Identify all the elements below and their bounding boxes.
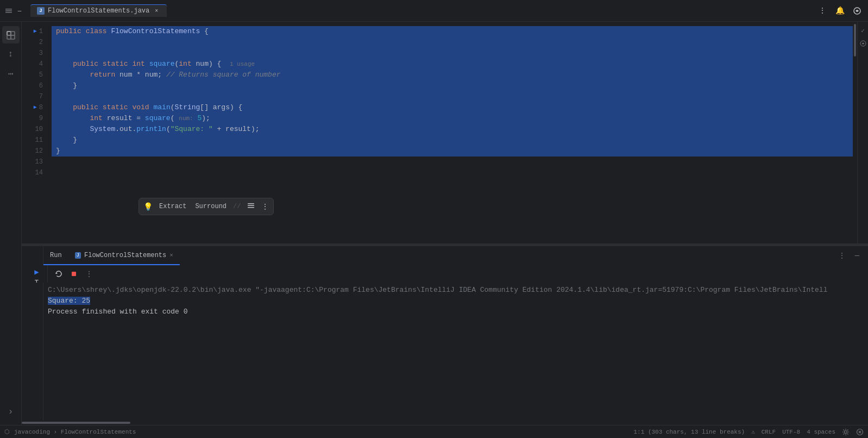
- title-bar-right: ⋮ 🔔: [816, 4, 868, 17]
- toolbar-lines-button[interactable]: [245, 201, 257, 212]
- copilot-button[interactable]: [851, 4, 864, 17]
- code-line-8: public static void main(String[] args) {: [52, 102, 853, 113]
- run-output[interactable]: C:\Users\shrey\.jdks\openjdk-22.0.2\bin\…: [43, 283, 868, 421]
- line-num-2: 2: [22, 37, 47, 48]
- line-num-11: 11: [22, 135, 47, 146]
- extract-button[interactable]: Extract: [157, 202, 188, 211]
- code-line-10: System.out.println("Square: " + result);: [52, 124, 853, 135]
- code-line-12: }: [52, 146, 853, 157]
- restart-button[interactable]: [52, 267, 65, 280]
- panel-main: C:\Users\shrey\.jdks\openjdk-22.0.2\bin\…: [22, 283, 868, 421]
- title-bar: — J FlowControlStatements.java × ⋮ 🔔: [0, 0, 868, 22]
- code-line-4: public static int square(int num) { 1 us…: [52, 59, 853, 70]
- code-line-9: int result = square( num: 5);: [52, 113, 853, 124]
- right-sidebar-check-icon[interactable]: ✓: [859, 26, 867, 35]
- svg-rect-5: [11, 32, 15, 35]
- minimize-button[interactable]: —: [15, 7, 24, 15]
- svg-point-15: [845, 430, 847, 433]
- sidebar-expand-button[interactable]: ›: [2, 403, 20, 421]
- tab-close-button[interactable]: ×: [169, 252, 173, 259]
- breadcrumb[interactable]: javacoding › FlowControlStatements: [14, 429, 136, 435]
- panel-side-icons: ▶ T: [26, 265, 48, 283]
- code-line-2: [52, 37, 853, 48]
- output-line-exit: Process finished with exit code 0: [48, 306, 864, 317]
- run-arrow-8[interactable]: ▶: [34, 102, 37, 113]
- line-num-13: 13: [22, 157, 47, 167]
- line-num-9: 9: [22, 113, 47, 124]
- panel-left-icons: [22, 246, 43, 265]
- line-num-8: ▶ 8: [22, 102, 47, 113]
- java-file-icon: J: [37, 7, 45, 15]
- run-sidebar-icon[interactable]: ▶: [28, 267, 46, 277]
- line-num-3: 3: [22, 48, 47, 59]
- code-line-1: public class FlowControlStatements {: [52, 26, 853, 37]
- code-editor[interactable]: ▶ 1 2 3 4 5 6 7 ▶ 8 9 10 11 12 13 14: [22, 22, 868, 243]
- toolbar-more-button[interactable]: ⋮: [261, 202, 269, 211]
- status-bar: ⬡ javacoding › FlowControlStatements 1:1…: [0, 425, 868, 438]
- line-num-10: 10: [22, 124, 47, 135]
- error-icon[interactable]: [856, 428, 864, 436]
- svg-rect-1: [5, 10, 12, 11]
- left-sidebar: ↕ ⋯ ›: [0, 22, 22, 425]
- svg-rect-0: [5, 9, 12, 10]
- title-bar-left: — J FlowControlStatements.java ×: [0, 4, 167, 17]
- toolbar-separator-1: //: [233, 203, 241, 210]
- output-highlight: Square: 25: [48, 297, 90, 305]
- tab-run-label: Run: [50, 252, 62, 259]
- code-line-11: }: [52, 135, 853, 146]
- stop-button[interactable]: [67, 267, 80, 280]
- warning-status[interactable]: ⚠: [751, 428, 755, 435]
- file-tab-close[interactable]: ×: [153, 7, 160, 15]
- bottom-horizontal-scrollbar[interactable]: [22, 421, 868, 425]
- settings-icon[interactable]: [842, 428, 850, 436]
- tab-flowcontrol[interactable]: J FlowControlStatements ×: [68, 246, 180, 265]
- output-line-command: C:\Users\shrey\.jdks\openjdk-22.0.2\bin\…: [48, 285, 864, 296]
- svg-rect-2: [5, 12, 12, 13]
- code-line-13: [52, 157, 853, 167]
- tab-file-icon: J: [75, 252, 81, 259]
- bottom-scrollbar-thumb: [22, 422, 130, 424]
- tab-file-label: FlowControlStatements: [84, 252, 166, 259]
- sidebar-icon-structure[interactable]: ↕: [2, 46, 20, 63]
- svg-rect-14: [72, 272, 76, 276]
- sidebar-icon-more[interactable]: ⋯: [2, 65, 20, 83]
- line-num-14: 14: [22, 167, 47, 178]
- svg-rect-9: [248, 205, 254, 207]
- code-line-7: [52, 91, 853, 102]
- panel-more-button[interactable]: ⋮: [835, 249, 848, 262]
- app-menu-button[interactable]: [4, 7, 13, 15]
- indent[interactable]: 4 spaces: [807, 429, 835, 435]
- panel-minimize-button[interactable]: ─: [851, 249, 864, 262]
- code-line-5: return num * num; // Returns square of n…: [52, 70, 853, 80]
- cursor-position[interactable]: 1:1 (303 chars, 13 line breaks): [634, 429, 745, 435]
- right-sidebar-link-icon[interactable]: [859, 39, 867, 48]
- main-area: ↕ ⋯ › ▶ 1 2 3 4 5 6 7 ▶ 8: [0, 22, 868, 425]
- line-num-5: 5: [22, 70, 47, 80]
- more-options-button[interactable]: ⋮: [816, 4, 829, 17]
- line-numbers: ▶ 1 2 3 4 5 6 7 ▶ 8 9 10 11 12 13 14: [22, 22, 52, 243]
- lightbulb-icon[interactable]: 💡: [143, 202, 153, 211]
- editor-scrollbar[interactable]: [853, 22, 857, 243]
- code-line-3: [52, 48, 853, 59]
- run-arrow-1[interactable]: ▶: [34, 26, 37, 37]
- sidebar-icon-project[interactable]: [2, 26, 20, 43]
- warning-icon: ⚠: [751, 428, 755, 435]
- status-bar-right: 1:1 (303 chars, 13 line breaks) ⚠ CRLF U…: [634, 428, 864, 436]
- inline-toolbar: 💡 Extract Surround // ⋮: [139, 198, 274, 215]
- panel-toolbar: ▶ T: [22, 265, 868, 283]
- line-ending[interactable]: CRLF: [762, 429, 776, 435]
- editor-scrollbar-thumb: [854, 24, 856, 57]
- svg-rect-6: [7, 35, 11, 39]
- code-content[interactable]: public class FlowControlStatements { pub…: [52, 22, 853, 243]
- notifications-button[interactable]: 🔔: [833, 4, 846, 17]
- status-bar-left: ⬡ javacoding › FlowControlStatements: [4, 428, 136, 435]
- code-line-6: }: [52, 80, 853, 91]
- line-num-12: 12: [22, 146, 47, 157]
- output-more-button[interactable]: ⋮: [83, 267, 96, 280]
- git-status[interactable]: ⬡: [4, 428, 10, 435]
- encoding[interactable]: UTF-8: [782, 429, 800, 435]
- svg-rect-4: [7, 32, 11, 35]
- tab-run[interactable]: Run: [43, 246, 68, 265]
- surround-button[interactable]: Surround: [193, 202, 229, 211]
- file-tab[interactable]: J FlowControlStatements.java ×: [30, 4, 167, 17]
